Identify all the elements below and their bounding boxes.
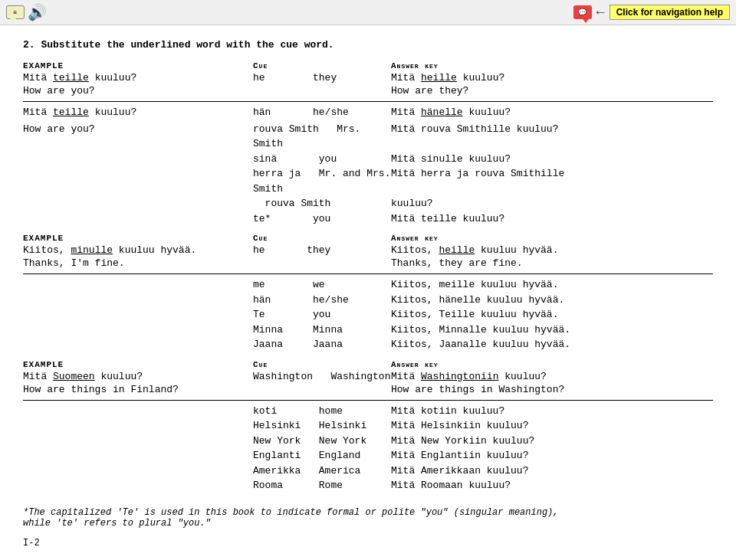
example3-cue-label: Cue (253, 360, 391, 369)
exercise3-row1: koti home Mitä kotiin kuuluu? (23, 404, 713, 419)
exercise3-row4: Englanti England Mitä Englantiin kuuluu? (23, 448, 713, 463)
example1-answer-label: Answer key (391, 61, 713, 70)
example2-cue-label: Cue (253, 234, 391, 243)
sound-icon[interactable]: 🔊 (28, 3, 47, 22)
example3-row2: How are things in Finland? How are thing… (23, 384, 713, 395)
exercise2-row4: Minna Minna Kiitos, Minnalle kuuluu hyvä… (23, 323, 713, 338)
example3-header-row: EXAMPLE Cue Answer key (23, 360, 713, 369)
example2-header-row: EXAMPLE Cue Answer key (23, 234, 713, 243)
exercise2-block: me we Kiitos, meille kuuluu hyvää. hän h… (23, 277, 713, 352)
exercise3-row2: Helsinki Helsinki Mitä Helsinkiin kuuluu… (23, 418, 713, 434)
example3-label: EXAMPLE (23, 360, 253, 369)
example1-answer2: How are they? (391, 85, 713, 97)
example1-cue: he they (253, 72, 391, 84)
exercise1-row3: sinä you Mitä sinulle kuuluu? (23, 152, 713, 167)
example1-question2: How are you? (23, 85, 253, 97)
exercise1-block: Mitä teille kuuluu? hän he/she Mitä häne… (23, 105, 713, 226)
divider2 (23, 273, 713, 274)
exercise2-row5: Jaana Jaana Kiitos, Jaanalle kuuluu hyvä… (23, 337, 713, 352)
exercise1-row4: herra ja Mr. and Mrs. Smith Mitä herra j… (23, 166, 713, 196)
exercise2-row1: me we Kiitos, meille kuuluu hyvää. (23, 277, 713, 293)
example1-answer1: Mitä heille kuuluu? (391, 72, 713, 84)
example2-label: EXAMPLE (23, 234, 253, 243)
footnote-line1: *The capitalized 'Te' is used in this bo… (23, 507, 713, 518)
example1-row2: How are you? How are they? (23, 85, 713, 97)
left-icons: ≡ 🔊 (6, 3, 47, 22)
speech-bubble-icon: ≡ (6, 5, 25, 19)
nav-help-button[interactable]: Click for navigation help (610, 5, 730, 20)
exercise1-row6: te* you Mitä teille kuuluu? (23, 211, 713, 227)
example1-block: EXAMPLE Cue Answer key Mitä teille kuulu… (23, 61, 713, 97)
example1-label: EXAMPLE (23, 61, 253, 70)
exercise3-row5: Amerikka America Mitä Amerikkaan kuuluu? (23, 463, 713, 479)
top-bar: ≡ 🔊 💬 ← Click for navigation help (0, 0, 736, 25)
example1-underline: teille (53, 72, 89, 84)
page-number: I-2 (23, 538, 713, 549)
nav-help-area: 💬 ← Click for navigation help (573, 5, 730, 20)
example2-block: EXAMPLE Cue Answer key Kiitos, minulle k… (23, 234, 713, 269)
divider1 (23, 101, 713, 102)
arrow-icon: ← (596, 5, 605, 20)
example1-cue-label: Cue (253, 61, 391, 70)
example2-row2: Thanks, I'm fine. Thanks, they are fine. (23, 257, 713, 269)
exercise1-row2: How are you? rouva Smith Mrs. Smith Mitä… (23, 122, 713, 152)
main-content: 2. Substitute the underlined word with t… (0, 25, 736, 560)
footnote: *The capitalized 'Te' is used in this bo… (23, 507, 713, 529)
exercise3-row3: New York New York Mitä New Yorkiin kuulu… (23, 434, 713, 449)
example3-block: EXAMPLE Cue Answer key Mitä Suomeen kuul… (23, 360, 713, 395)
example1-question: Mitä teille kuuluu? (23, 72, 253, 84)
exercise1-row5: rouva Smith kuuluu? (23, 196, 713, 211)
footnote-line2: while 'te' refers to plural "you." (23, 518, 713, 529)
example3-answer-label: Answer key (391, 360, 713, 369)
example1-header-row: EXAMPLE Cue Answer key (23, 61, 713, 70)
divider3 (23, 400, 713, 401)
exercise3-block: koti home Mitä kotiin kuuluu? Helsinki H… (23, 404, 713, 493)
example3-row1: Mitä Suomeen kuuluu? Washington Washingt… (23, 371, 713, 382)
exercise-title: 2. Substitute the underlined word with t… (23, 39, 713, 51)
example2-answer-label: Answer key (391, 234, 713, 243)
exercise2-row2: hän he/she Kiitos, hänelle kuuluu hyvää. (23, 293, 713, 308)
example2-row1: Kiitos, minulle kuuluu hyvää. he they Ki… (23, 244, 713, 256)
example1-row1: Mitä teille kuuluu? he they Mitä heille … (23, 72, 713, 84)
exercise3-row6: Rooma Rome Mitä Roomaan kuuluu? (23, 478, 713, 493)
nav-help-bubble-icon: 💬 (573, 5, 592, 19)
exercise1-question-row: Mitä teille kuuluu? hän he/she Mitä häne… (23, 105, 713, 120)
exercise2-row3: Te you Kiitos, Teille kuuluu hyvää. (23, 307, 713, 323)
